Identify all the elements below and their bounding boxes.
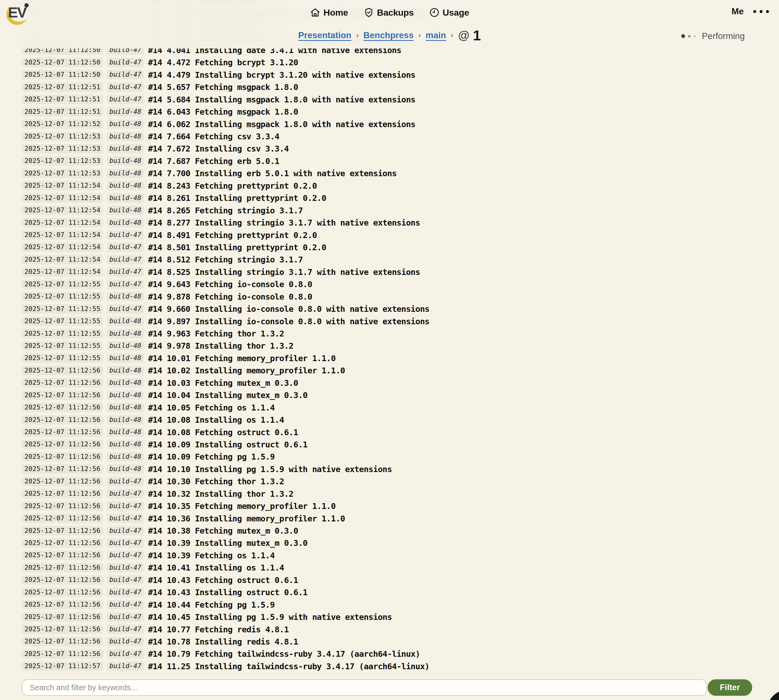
log-line: 2025-12-07 11:12:56build-47#14 10.79 Fet… <box>22 648 779 660</box>
log-line: 2025-12-07 11:12:53build-48#14 7.672 Ins… <box>22 142 779 155</box>
log-message: #14 10.02 Installing memory_profiler 1.1… <box>148 366 345 375</box>
log-timestamp: 2025-12-07 11:12:56 <box>22 452 103 462</box>
log-message: #14 10.41 Installing os 1.1.4 <box>148 563 284 572</box>
log-timestamp: 2025-12-07 11:12:56 <box>22 588 103 597</box>
header-right: Me <box>732 7 769 17</box>
log-timestamp: 2025-12-07 11:12:56 <box>22 526 103 535</box>
log-timestamp: 2025-12-07 11:12:56 <box>22 440 103 449</box>
log-timestamp: 2025-12-07 11:12:54 <box>22 243 103 252</box>
log-build-tag: build-48 <box>107 341 144 350</box>
log-line: 2025-12-07 11:12:56build-48#14 10.03 Fet… <box>22 377 779 389</box>
log-message: #14 8.261 Installing prettyprint 0.2.0 <box>148 193 326 203</box>
log-build-tag: build-47 <box>107 526 144 535</box>
log-message: #14 9.878 Fetching io-console 0.8.0 <box>148 292 312 302</box>
log-line: 2025-12-07 11:12:54build-48#14 8.243 Fet… <box>22 180 779 192</box>
log-build-tag: build-48 <box>107 292 144 301</box>
breadcrumb-link-benchpress[interactable]: Benchpress <box>363 30 414 40</box>
log-message: #14 10.09 Installing ostruct 0.6.1 <box>148 440 308 449</box>
log-message: #14 9.978 Installing thor 1.3.2 <box>148 341 293 350</box>
log-line: 2025-12-07 11:12:56build-47#14 10.43 Fet… <box>22 574 779 586</box>
log-line: 2025-12-07 11:12:56build-48#14 10.10 Ins… <box>22 463 779 475</box>
log-timestamp: 2025-12-07 11:12:54 <box>22 206 103 215</box>
log-build-tag: build-47 <box>107 230 144 240</box>
log-line: 2025-12-07 11:12:56build-47#14 10.45 Ins… <box>22 611 779 623</box>
breadcrumb-separator: › <box>418 31 421 40</box>
nav-label: Home <box>323 7 348 18</box>
build-log-viewer-page: 2025-12-07 11:12:49build-47#14 3.952 Fet… <box>0 0 779 700</box>
log-timestamp: 2025-12-07 11:12:55 <box>22 280 103 289</box>
log-message: #14 10.44 Fetching pg 1.5.9 <box>148 600 274 610</box>
filter-button[interactable]: Filter <box>707 679 752 696</box>
log-line: 2025-12-07 11:12:56build-47#14 10.78 Ins… <box>22 635 779 648</box>
log-line: 2025-12-07 11:12:56build-47#14 10.41 Ins… <box>22 562 779 574</box>
log-message: #14 10.45 Installing pg 1.5.9 with nativ… <box>148 612 392 622</box>
log-message: #14 10.39 Installing mutex_m 0.3.0 <box>148 538 308 548</box>
log-line: 2025-12-07 11:12:54build-48#14 8.261 Ins… <box>22 192 779 204</box>
search-input[interactable] <box>22 679 707 696</box>
log-build-tag: build-47 <box>107 600 144 609</box>
log-line: 2025-12-07 11:12:56build-47#14 10.43 Ins… <box>22 586 779 598</box>
log-line: 2025-12-07 11:12:56build-47#14 10.77 Fet… <box>22 623 779 635</box>
log-build-tag: build-48 <box>107 440 144 449</box>
log-message: #14 10.01 Fetching memory_profiler 1.1.0 <box>148 353 336 363</box>
breadcrumb-link-main[interactable]: main <box>426 30 446 40</box>
log-build-tag: build-48 <box>107 206 144 215</box>
log-timestamp: 2025-12-07 11:12:56 <box>22 575 103 585</box>
log-build-tag: build-48 <box>107 144 144 153</box>
log-build-tag: build-48 <box>107 119 144 129</box>
log-line: 2025-12-07 11:12:57build-47#14 11.25 Ins… <box>22 660 779 672</box>
log-build-tag: build-47 <box>107 612 144 622</box>
log-timestamp: 2025-12-07 11:12:56 <box>22 464 103 474</box>
nav-item-usage[interactable]: Usage <box>429 7 469 18</box>
status-indicator: Performing <box>681 29 745 43</box>
log-line: 2025-12-07 11:12:56build-47#14 10.35 Fet… <box>22 500 779 512</box>
log-line: 2025-12-07 11:12:56build-48#14 10.08 Fet… <box>22 426 779 438</box>
log-timestamp: 2025-12-07 11:12:53 <box>22 132 103 141</box>
log-timestamp: 2025-12-07 11:12:56 <box>22 538 103 548</box>
log-build-tag: build-47 <box>107 280 144 289</box>
main-nav: Home Backups Usage <box>0 5 779 20</box>
log-build-tag: build-47 <box>107 58 144 67</box>
log-line: 2025-12-07 11:12:52build-48#14 6.062 Ins… <box>22 118 779 130</box>
log-message: #14 6.062 Installing msgpack 1.8.0 with … <box>148 119 415 129</box>
log-message: #14 10.10 Installing pg 1.5.9 with nativ… <box>148 464 392 474</box>
log-build-tag: build-47 <box>107 502 144 511</box>
log-line: 2025-12-07 11:12:56build-48#14 10.09 Fet… <box>22 450 779 463</box>
log-timestamp: 2025-12-07 11:12:56 <box>22 649 103 658</box>
log-message: #14 8.512 Fetching stringio 3.1.7 <box>148 255 303 264</box>
log-timestamp: 2025-12-07 11:12:55 <box>22 317 103 326</box>
log-line: 2025-12-07 11:12:56build-48#14 10.05 Fet… <box>22 401 779 413</box>
log-timestamp: 2025-12-07 11:12:55 <box>22 292 103 301</box>
nav-label: Backups <box>377 7 414 18</box>
log-message: #14 10.43 Fetching ostruct 0.6.1 <box>148 575 298 585</box>
log-timestamp: 2025-12-07 11:12:56 <box>22 502 103 511</box>
breadcrumb-link-presentation[interactable]: Presentation <box>298 30 351 40</box>
log-timestamp: 2025-12-07 11:12:55 <box>22 341 103 350</box>
log-build-tag: build-47 <box>107 637 144 646</box>
log-timestamp: 2025-12-07 11:12:56 <box>22 489 103 498</box>
me-menu[interactable]: Me <box>732 7 744 17</box>
log-timestamp: 2025-12-07 11:12:54 <box>22 255 103 264</box>
nav-item-home[interactable]: Home <box>310 7 348 18</box>
log-line: 2025-12-07 11:12:54build-48#14 8.277 Ins… <box>22 217 779 229</box>
log-build-tag: build-48 <box>107 452 144 462</box>
log-line: 2025-12-07 11:12:56build-47#14 10.30 Fet… <box>22 475 779 487</box>
log-line: 2025-12-07 11:12:55build-48#14 9.963 Fet… <box>22 327 779 340</box>
log-message: #14 8.491 Fetching prettyprint 0.2.0 <box>148 230 317 240</box>
corner-widget-button[interactable] <box>767 690 779 700</box>
log-line: 2025-12-07 11:12:54build-48#14 8.265 Fet… <box>22 204 779 216</box>
nav-item-backups[interactable]: Backups <box>363 7 414 18</box>
log-line: 2025-12-07 11:12:50build-47#14 4.479 Ins… <box>22 69 779 81</box>
log-timestamp: 2025-12-07 11:12:54 <box>22 218 103 227</box>
log-message: #14 7.700 Installing erb 5.0.1 with nati… <box>148 168 396 178</box>
log-timestamp: 2025-12-07 11:12:56 <box>22 625 103 634</box>
more-menu-icon[interactable] <box>753 8 769 15</box>
log-timestamp: 2025-12-07 11:12:53 <box>22 156 103 166</box>
log-line: 2025-12-07 11:12:56build-48#14 10.08 Ins… <box>22 414 779 426</box>
log-timestamp: 2025-12-07 11:12:55 <box>22 304 103 313</box>
log-build-tag: build-48 <box>107 317 144 326</box>
log-build-tag: build-48 <box>107 353 144 363</box>
log-line: 2025-12-07 11:12:56build-48#14 10.09 Ins… <box>22 438 779 450</box>
log-timestamp: 2025-12-07 11:12:53 <box>22 169 103 178</box>
nav-label: Usage <box>443 7 469 18</box>
